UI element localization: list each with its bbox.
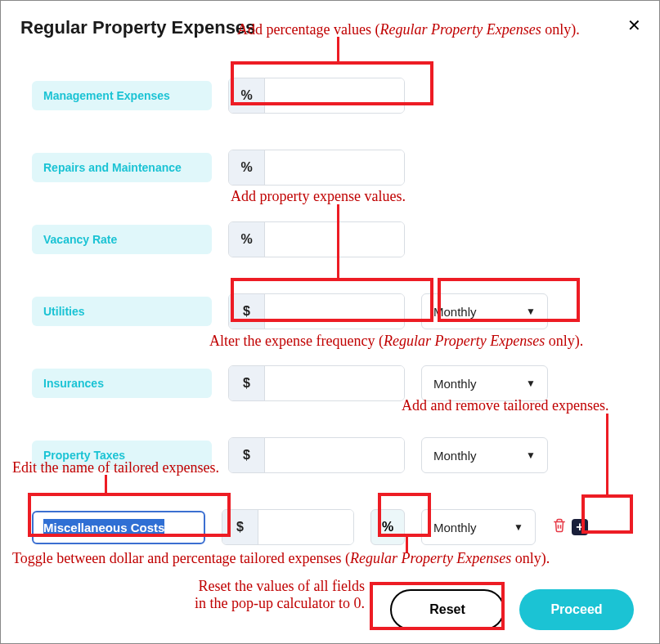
row-repairs: Repairs and Maintenance % — [32, 150, 640, 186]
dollar-icon: $ — [229, 294, 265, 329]
property-taxes-input[interactable] — [265, 438, 404, 472]
dollar-icon: $ — [229, 438, 265, 472]
input-group-property-taxes: $ — [228, 437, 405, 473]
utilities-input[interactable] — [265, 294, 404, 329]
row-vacancy: Vacancy Rate % — [32, 221, 640, 257]
misc-input[interactable] — [258, 510, 353, 544]
proceed-button[interactable]: Proceed — [519, 589, 634, 630]
percent-icon: % — [229, 78, 265, 113]
insurances-frequency-select[interactable]: Monthly ▼ — [421, 365, 548, 401]
row-misc-costs: Miscellaneous Costs $ % Monthly ▼ + — [32, 509, 640, 545]
percent-icon: % — [229, 150, 265, 185]
chevron-down-icon: ▼ — [526, 306, 536, 317]
label-management-expenses: Management Expenses — [32, 81, 212, 110]
chevron-down-icon: ▼ — [514, 521, 523, 533]
property-taxes-frequency-label: Monthly — [433, 449, 477, 463]
chevron-down-icon: ▼ — [526, 449, 536, 461]
close-icon[interactable]: ✕ — [627, 16, 641, 35]
input-group-utilities: $ — [228, 293, 405, 329]
dollar-icon: $ — [222, 510, 258, 544]
row-property-taxes: Property Taxes $ Monthly ▼ — [32, 437, 640, 473]
property-taxes-frequency-select[interactable]: Monthly ▼ — [421, 437, 548, 473]
add-expense-button[interactable]: + — [572, 519, 588, 535]
page-title: Regular Property Expenses — [20, 17, 255, 38]
input-group-misc: $ — [222, 509, 354, 545]
chevron-down-icon: ▼ — [526, 378, 536, 389]
insurances-frequency-label: Monthly — [433, 377, 477, 391]
label-vacancy: Vacancy Rate — [32, 225, 212, 254]
label-property-taxes: Property Taxes — [32, 441, 212, 470]
row-management-expenses: Management Expenses % — [32, 78, 640, 114]
input-group-insurances: $ — [228, 365, 405, 401]
label-insurances: Insurances — [32, 369, 212, 398]
percent-toggle-button[interactable]: % — [370, 509, 405, 545]
input-group-vacancy: % — [228, 221, 405, 257]
input-group-management: % — [228, 78, 405, 114]
percent-icon: % — [229, 222, 265, 257]
utilities-frequency-select[interactable]: Monthly ▼ — [421, 293, 548, 329]
label-utilities: Utilities — [32, 297, 212, 326]
tailored-expense-actions: + — [552, 518, 588, 537]
utilities-frequency-label: Monthly — [433, 305, 477, 319]
modal-regular-property-expenses: ✕ Regular Property Expenses Management E… — [1, 1, 659, 644]
repairs-input[interactable] — [265, 150, 404, 185]
button-row: Reset Proceed — [390, 589, 640, 630]
reset-button[interactable]: Reset — [390, 589, 505, 630]
misc-frequency-label: Monthly — [433, 521, 477, 534]
input-group-repairs: % — [228, 150, 405, 186]
remove-expense-button[interactable] — [552, 518, 567, 537]
row-utilities: Utilities $ Monthly ▼ — [32, 293, 640, 329]
misc-name-input[interactable]: Miscellaneous Costs — [32, 511, 205, 544]
vacancy-input[interactable] — [265, 222, 404, 257]
dollar-icon: $ — [229, 366, 265, 400]
insurances-input[interactable] — [265, 366, 404, 400]
misc-frequency-select[interactable]: Monthly ▼ — [421, 509, 536, 545]
row-insurances: Insurances $ Monthly ▼ — [32, 365, 640, 401]
management-expenses-input[interactable] — [265, 78, 404, 113]
label-repairs: Repairs and Maintenance — [32, 153, 212, 182]
